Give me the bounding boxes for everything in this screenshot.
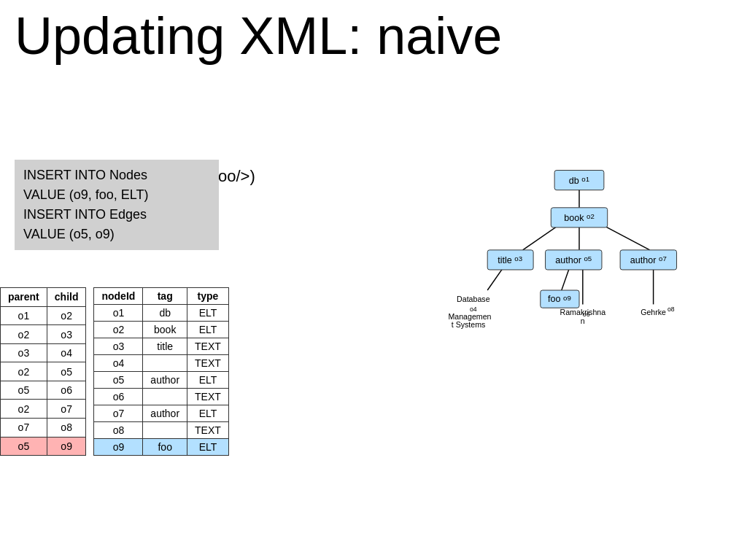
nodes-col-id: nodeId (94, 288, 143, 305)
table-row: o5 author ELT (94, 372, 228, 389)
tree-node-o8-sub: o8 (667, 306, 675, 313)
tree-svg: db o1 book o2 title o3 author o5 author … (426, 160, 732, 378)
edges-col-child: child (47, 288, 86, 307)
edges-table: parent child o1 o2 o2 o3 o3 o4 o2 o5 o5 … (0, 287, 86, 456)
table-row: o2 o7 (1, 400, 86, 419)
tree-diagram: db o1 book o2 title o3 author o5 author … (426, 160, 732, 378)
table-row: o2 book ELT (94, 322, 228, 338)
table-row: o4 TEXT (94, 355, 228, 372)
table-row: o7 o8 (1, 419, 86, 438)
table-row-highlight: o5 o9 (1, 437, 86, 456)
table-row: o1 o2 (1, 306, 86, 325)
table-row-highlight: o9 foo ELT (94, 439, 228, 456)
nodes-col-tag: tag (143, 288, 187, 305)
table-row: o6 TEXT (94, 389, 228, 405)
table-row: o2 o3 (1, 325, 86, 344)
page-title: Updating XML: naive (0, 0, 747, 72)
sql-line2: VALUE (o9, foo, ELT) (23, 185, 210, 205)
sql-line4: VALUE (o5, o9) (23, 225, 210, 244)
tree-node-db-text2: Managemen (448, 312, 491, 321)
table-row: o8 TEXT (94, 422, 228, 439)
edges-col-parent: parent (1, 288, 47, 307)
nodes-col-type: type (187, 288, 229, 305)
table-row: o7 author ELT (94, 405, 228, 422)
sql-line1: INSERT INTO Nodes (23, 166, 210, 185)
tree-node-db-text: Database (457, 295, 490, 304)
sql-box: INSERT INTO Nodes VALUE (o9, foo, ELT) I… (15, 160, 219, 250)
table-row: o1 db ELT (94, 305, 228, 322)
tree-node-o6-sub: o6 (583, 311, 590, 318)
table-row: o5 o6 (1, 381, 86, 400)
sql-line3: INSERT INTO Edges (23, 205, 210, 225)
table-row: o3 o4 (1, 343, 86, 362)
table-row: o2 o5 (1, 362, 86, 381)
table-row: o3 title TEXT (94, 338, 228, 355)
nodes-table: nodeId tag type o1 db ELT o2 book ELT o3… (93, 287, 228, 456)
tree-node-gehrke: Gehrke (640, 308, 666, 316)
tree-node-db-text3: t Systems (452, 321, 486, 330)
